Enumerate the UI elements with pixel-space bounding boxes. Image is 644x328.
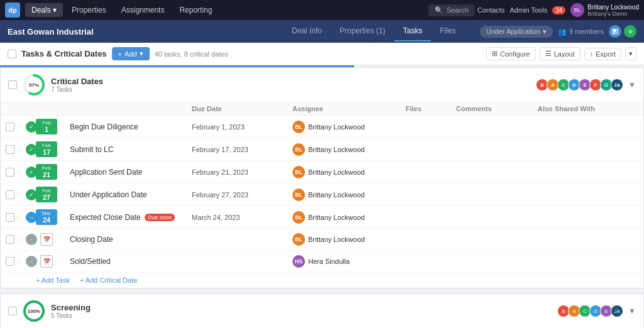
- task-name[interactable]: Submit to LC: [67, 145, 192, 154]
- assignee-name: Brittany Lockwood: [308, 168, 365, 176]
- app-logo: dp: [5, 3, 20, 18]
- export-button[interactable]: ↑ Export: [584, 48, 621, 60]
- date-month: Feb: [37, 143, 56, 148]
- action-icon-1[interactable]: 📊: [609, 25, 621, 38]
- search-bar[interactable]: 🔍 Search: [428, 4, 475, 16]
- star-icon[interactable]: ☆: [16, 168, 26, 176]
- date-day: 27: [37, 194, 56, 201]
- layout-button[interactable]: ☰ Layout: [540, 47, 580, 60]
- nav-reporting[interactable]: Reporting: [173, 3, 218, 17]
- assignee: BL Brittany Lockwood: [292, 211, 406, 224]
- star-icon[interactable]: ☆: [16, 145, 26, 153]
- section-collapse-btn-1[interactable]: ▼: [628, 80, 636, 89]
- col-due-date: Due Date: [192, 105, 292, 112]
- task-name[interactable]: Begin Due Diligence: [67, 123, 192, 131]
- row-checkbox[interactable]: [6, 257, 14, 266]
- user-profile[interactable]: BL Brittany Lockwood Brittany's Demo: [570, 3, 639, 17]
- add-button[interactable]: + Add ▾: [112, 47, 150, 60]
- more-options-button[interactable]: ▾: [625, 47, 636, 60]
- export-icon: ↑: [590, 50, 594, 58]
- due-date: February 1, 2023: [192, 123, 292, 131]
- section-tasks-count-1: 7 Tasks: [51, 86, 533, 93]
- user-avatar: BL: [570, 3, 584, 17]
- task-name[interactable]: Closing Date: [67, 235, 192, 244]
- progress-ring: 57%: [22, 73, 46, 97]
- critical-dates-header: 57% Critical Dates 7 Tasks B A C D E F G…: [1, 68, 643, 102]
- assignee-name: Brittany Lockwood: [308, 191, 365, 199]
- due-date: February 21, 2023: [192, 168, 292, 176]
- assignee: BL Brittany Lockwood: [292, 189, 406, 201]
- notification-badge[interactable]: 34: [552, 6, 565, 14]
- row-checkbox[interactable]: [6, 123, 14, 131]
- col-assignee: Assignee: [292, 105, 406, 112]
- add-critical-date-link-1[interactable]: + Add Critical Date: [80, 276, 137, 284]
- date-badge: Feb 21: [36, 164, 57, 180]
- section-footer-1: + Add Task + Add Critical Date: [1, 273, 643, 288]
- tab-properties[interactable]: Properties (1): [331, 21, 394, 41]
- sub-nav-tabs: Deal Info Properties (1) Tasks Files: [283, 21, 465, 41]
- star-icon[interactable]: ☆: [16, 123, 26, 131]
- col-comments: Comments: [456, 105, 538, 112]
- toolbar-right: ⊞ Configure ☰ Layout ↑ Export ▾: [486, 47, 636, 60]
- layout-icon: ☰: [545, 50, 552, 58]
- section-avatars-1: B A C D E F G JA: [538, 79, 623, 91]
- tab-deal-info[interactable]: Deal Info: [283, 21, 331, 41]
- assignee-name: Brittany Lockwood: [308, 236, 365, 243]
- star-icon[interactable]: ☆: [16, 236, 26, 244]
- user-name: Brittany Lockwood: [587, 4, 639, 11]
- date-badge-empty: 📅: [36, 232, 57, 247]
- nav-properties[interactable]: Properties: [65, 3, 113, 17]
- assignee-name: Brittany Lockwood: [308, 123, 365, 131]
- section-checkbox-2[interactable]: [8, 307, 17, 315]
- add-icon: +: [118, 50, 122, 58]
- row-checkbox[interactable]: [6, 190, 14, 199]
- nav-assignments[interactable]: Assignments: [115, 3, 171, 17]
- action-icon-2[interactable]: ⚙: [624, 25, 636, 38]
- date-day: 17: [37, 148, 56, 156]
- due-date: February 17, 2023: [192, 146, 292, 153]
- action-icons: 📊 ⚙: [609, 25, 636, 38]
- main-content: 57% Critical Dates 7 Tasks B A C D E F G…: [0, 65, 644, 328]
- row-checkbox[interactable]: [6, 145, 14, 154]
- contacts-link[interactable]: Contacts: [477, 6, 504, 14]
- table-row: ☆ - 📅 Sold/Settled HS Hera Sindulla: [1, 251, 643, 273]
- date-month: Feb: [37, 188, 56, 194]
- admin-tools-link[interactable]: Admin Tools: [509, 6, 547, 14]
- add-label: Add: [125, 50, 137, 58]
- table-row: ☆ ✓ Feb 17 Submit to LC February 17, 202…: [1, 138, 643, 161]
- nav-right-section: Contacts Admin Tools 34 BL Brittany Lock…: [477, 3, 639, 17]
- tab-tasks[interactable]: Tasks: [394, 21, 431, 41]
- select-all-checkbox[interactable]: [8, 50, 16, 58]
- section-collapse-btn-2[interactable]: ▼: [628, 307, 636, 315]
- members-section[interactable]: 👥 9 members: [558, 28, 604, 36]
- avatar-ja: JA: [611, 79, 623, 91]
- col-shared-with: Also Shared With: [538, 105, 638, 112]
- nav-deals[interactable]: Deals ▾: [25, 3, 63, 17]
- configure-button[interactable]: ⊞ Configure: [486, 47, 536, 60]
- app-status-label: Under Application: [486, 28, 540, 35]
- row-checkbox[interactable]: [6, 213, 14, 222]
- row-checkbox[interactable]: [6, 168, 14, 177]
- task-name[interactable]: Sold/Settled: [67, 257, 192, 266]
- section-title-2: Screening: [51, 303, 554, 312]
- star-icon[interactable]: ☆: [16, 258, 26, 266]
- date-badge-empty: 📅: [36, 254, 57, 269]
- tab-files[interactable]: Files: [431, 21, 464, 41]
- task-name[interactable]: Under Application Date: [67, 190, 192, 199]
- task-name[interactable]: Application Sent Date: [67, 168, 192, 177]
- star-icon[interactable]: ☆: [16, 190, 26, 199]
- app-status-btn[interactable]: Under Application ▾: [480, 26, 553, 38]
- assignee-name: Brittany Lockwood: [308, 214, 365, 221]
- section-checkbox[interactable]: [8, 80, 17, 89]
- section-tasks-count-2: 5 Tasks: [51, 312, 554, 319]
- star-icon[interactable]: ☆: [16, 213, 26, 221]
- date-day: 21: [37, 171, 56, 178]
- add-task-link-1[interactable]: + Add Task: [36, 276, 70, 284]
- progress-label: 57%: [29, 82, 39, 88]
- task-name[interactable]: Expected Close Date Due soon: [67, 213, 192, 222]
- date-badge: Feb 1: [36, 119, 57, 134]
- section-title-area: Critical Dates 7 Tasks: [51, 77, 533, 93]
- assignee: BL Brittany Lockwood: [292, 233, 406, 246]
- row-checkbox[interactable]: [6, 235, 14, 244]
- date-day: 1: [37, 126, 56, 133]
